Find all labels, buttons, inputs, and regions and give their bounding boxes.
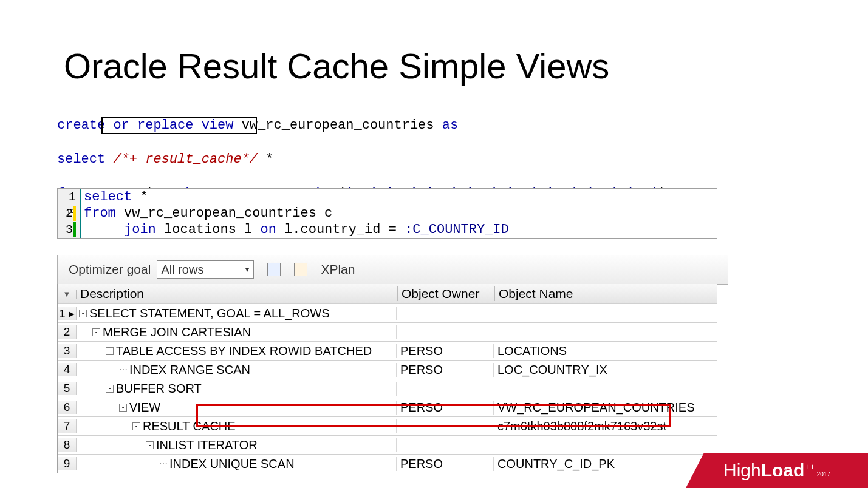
execution-plan-table: ▼ Description Object Owner Object Name 1… (57, 284, 717, 473)
chevron-down-icon[interactable]: ▾ (241, 265, 253, 274)
col-owner[interactable]: Object Owner (398, 286, 495, 301)
toolbar-icon-2[interactable] (294, 263, 307, 276)
plan-row[interactable]: 6-VIEWPERSOVW_RC_EUROPEAN_COUNTRIES (58, 398, 717, 416)
plan-header: ▼ Description Object Owner Object Name (58, 284, 717, 303)
editor-gutter: 1 - 2 3 (58, 189, 80, 238)
plan-toolbar: Optimizer goal All rows▾ XPlan (57, 255, 728, 285)
row-menu-icon[interactable]: ▼ (58, 290, 77, 299)
toolbar-icon-1[interactable] (267, 263, 281, 276)
plan-row[interactable]: 2-MERGE JOIN CARTESIAN (58, 322, 717, 341)
tree-toggle-icon[interactable]: - (146, 441, 154, 449)
plan-row[interactable]: 8-INLIST ITERATOR (58, 435, 717, 454)
col-name[interactable]: Object Name (495, 286, 717, 301)
tree-toggle-icon[interactable]: - (106, 347, 114, 355)
plan-row[interactable]: 3-TABLE ACCESS BY INDEX ROWID BATCHEDPER… (58, 341, 717, 360)
plan-row[interactable]: 1 ▸-SELECT STATEMENT, GOAL = ALL_ROWS (58, 303, 717, 322)
code-editor: 1 - 2 3 select * from vw_rc_european_cou… (57, 188, 717, 239)
optimizer-goal-label: Optimizer goal (69, 262, 151, 277)
plan-row[interactable]: 9⋯INDEX UNIQUE SCANPERSOCOUNTRY_C_ID_PK (58, 454, 717, 473)
plan-row[interactable]: 5-BUFFER SORT (58, 379, 717, 398)
plan-row[interactable]: 7-RESULT CACHEc7m6tkh03b808f2mk7163v32st (58, 416, 717, 435)
col-description[interactable]: Description (77, 286, 398, 301)
tree-toggle-icon[interactable]: - (106, 385, 114, 393)
optimizer-goal-select[interactable]: All rows▾ (157, 260, 254, 279)
highload-logo: HighLoad++2017 (686, 453, 868, 488)
editor-code[interactable]: select * from vw_rc_european_countries c… (80, 189, 717, 238)
plan-row[interactable]: 4⋯INDEX RANGE SCANPERSOLOC_COUNTRY_IX (58, 360, 717, 379)
slide-title: Oracle Result Cache Simple Views (64, 46, 609, 86)
tree-toggle-icon[interactable]: - (79, 310, 87, 317)
xplan-label[interactable]: XPlan (321, 262, 355, 277)
tree-toggle-icon[interactable]: - (119, 404, 127, 412)
tree-toggle-icon[interactable]: - (92, 328, 100, 336)
tree-toggle-icon[interactable]: - (132, 422, 140, 430)
